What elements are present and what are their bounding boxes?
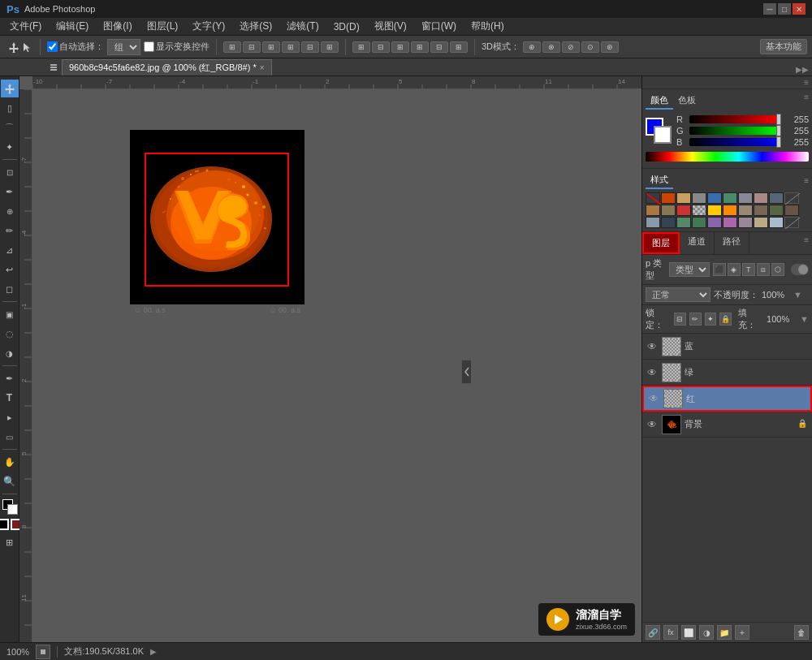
shape-tool-btn[interactable]: ▭ [1,428,19,446]
path-select-btn[interactable]: ▸ [1,408,19,426]
align-top-btn[interactable]: ⊞ [282,41,300,53]
history-brush-btn[interactable]: ↩ [1,261,19,278]
standard-mode[interactable] [0,519,9,530]
filter-smart[interactable]: ⬡ [771,263,784,276]
menu-edit[interactable]: 编辑(E) [50,18,95,35]
panel-menu-icon[interactable]: ≡ [804,78,809,87]
delete-layer-btn[interactable]: 🗑 [794,625,809,640]
gradient-btn[interactable]: ▣ [1,305,19,323]
filter-shape[interactable]: ⧈ [757,263,770,276]
dist-btn-1[interactable]: ⊞ [352,41,370,53]
document-tab[interactable]: 960b8c94c5fa6e82.jpg @ 100% (红_RGB/8#) *… [62,59,272,75]
menu-view[interactable]: 视图(V) [368,18,413,35]
close-button[interactable]: ✕ [793,3,806,15]
swatch-coffeebrown[interactable] [784,205,799,216]
tab-styles[interactable]: 样式 [646,172,673,189]
color-spectrum[interactable] [646,152,809,162]
basic-func-button[interactable]: 基本功能 [760,39,807,54]
tab-layers[interactable]: 图层 [642,232,680,254]
layer-item-blue[interactable]: 👁 蓝 [642,334,812,360]
dist-btn-5[interactable]: ⊟ [430,41,448,53]
green-slider-track[interactable] [689,127,781,135]
layer-item-red[interactable]: 👁 红 [642,386,812,412]
tab-color[interactable]: 颜色 [646,93,673,110]
panel-toggle-btn[interactable] [49,59,58,75]
swatch-bluegray[interactable] [738,192,753,204]
background-color[interactable] [7,504,18,515]
zoom-tool-btn[interactable]: 🔍 [1,472,19,490]
menu-help[interactable]: 帮助(H) [464,18,511,35]
swatch-yellow[interactable] [707,205,722,216]
tab-channels[interactable]: 通道 [680,232,715,254]
zoom-indicator[interactable] [36,645,50,659]
menu-window[interactable]: 窗口(W) [415,18,463,35]
lock-transparent-btn[interactable]: ⊟ [674,313,686,326]
3d-btn-5[interactable]: ⊛ [601,41,619,53]
new-layer-btn[interactable]: + [735,625,749,640]
lasso-tool-btn[interactable]: ⌒ [1,119,19,136]
opacity-arrow[interactable]: ▼ [793,290,802,300]
blend-mode-select[interactable]: 正常 [646,287,710,302]
show-transform-checkbox[interactable] [144,41,154,52]
red-slider-thumb[interactable] [776,114,781,125]
lock-pixels-btn[interactable]: ✏ [689,313,702,326]
layer-eye-red[interactable]: 👁 [647,392,660,405]
3d-btn-4[interactable]: ⊙ [581,41,599,53]
swatch-sage[interactable] [692,217,706,228]
bg-color-swatch[interactable] [654,126,672,144]
blur-btn[interactable]: ◌ [1,325,19,343]
selection-tool-btn[interactable]: ▯ [1,99,19,117]
layer-type-select[interactable]: 类型 [669,262,710,277]
swatch-slash[interactable] [784,192,799,204]
lock-all-btn[interactable]: 🔒 [719,313,732,326]
hand-tool-btn[interactable]: ✋ [1,453,19,471]
swatch-gray[interactable] [692,192,706,204]
menu-select[interactable]: 选择(S) [233,18,279,35]
spot-heal-btn[interactable]: ⊕ [1,202,19,220]
eraser-btn[interactable]: ◻ [1,280,19,298]
crop-tool-btn[interactable]: ⊡ [1,163,19,181]
magic-wand-btn[interactable]: ✦ [1,138,19,156]
window-controls[interactable]: ─ □ ✕ [763,3,806,15]
blue-slider-track[interactable] [689,138,781,146]
swatch-steelblue[interactable] [769,192,784,204]
canvas-content[interactable]: ☺ 00. a.s ☺ 00. a.s 溜溜自学 zixue.3d66.com [32,89,641,642]
swatch-lightblue[interactable] [769,217,784,228]
dist-btn-6[interactable]: ⊞ [450,41,468,53]
swatch-red[interactable] [676,205,691,216]
tab-paths[interactable]: 路径 [715,232,749,254]
menu-3d[interactable]: 3D(D) [327,19,366,34]
swatch-slash2[interactable] [784,217,799,228]
auto-select-checkbox[interactable] [47,41,58,52]
color-panel-menu[interactable]: ≡ [804,93,809,110]
filter-text[interactable]: T [742,263,755,276]
menu-image[interactable]: 图像(I) [97,18,138,35]
tab-swatches[interactable]: 色板 [673,93,701,110]
panel-right-arrow[interactable]: ▶▶ [793,63,812,75]
blue-slider-thumb[interactable] [776,136,781,148]
swatches-menu[interactable]: ≡ [804,176,809,185]
doc-info-arrow[interactable]: ▶ [150,647,157,656]
lock-position-btn[interactable]: ✦ [705,313,717,326]
swatch-mudgray[interactable] [754,205,768,216]
align-center-btn[interactable]: ⊟ [243,41,261,53]
swatch-green[interactable] [723,192,737,204]
swatch-darktan[interactable] [661,205,676,216]
swatch-blue[interactable] [707,192,722,204]
swatch-orange[interactable] [661,192,676,204]
tab-close-btn[interactable]: × [260,63,265,72]
swatch-slategray[interactable] [646,217,660,228]
layer-item-green[interactable]: 👁 绿 [642,360,812,386]
fg-bg-color[interactable] [1,498,19,515]
layer-eye-green[interactable]: 👁 [646,366,659,379]
minimize-button[interactable]: ─ [763,3,776,15]
layers-menu-icon[interactable]: ≡ [801,232,812,254]
clone-stamp-btn[interactable]: ⊿ [1,241,19,259]
swatch-pinkgray[interactable] [754,192,768,204]
maximize-button[interactable]: □ [778,3,791,15]
swatch-khaki[interactable] [754,217,768,228]
swatch-none[interactable] [646,192,660,204]
align-left-btn[interactable]: ⊞ [223,41,241,53]
swatch-olivedrab[interactable] [769,205,784,216]
dist-btn-4[interactable]: ⊞ [411,41,429,53]
